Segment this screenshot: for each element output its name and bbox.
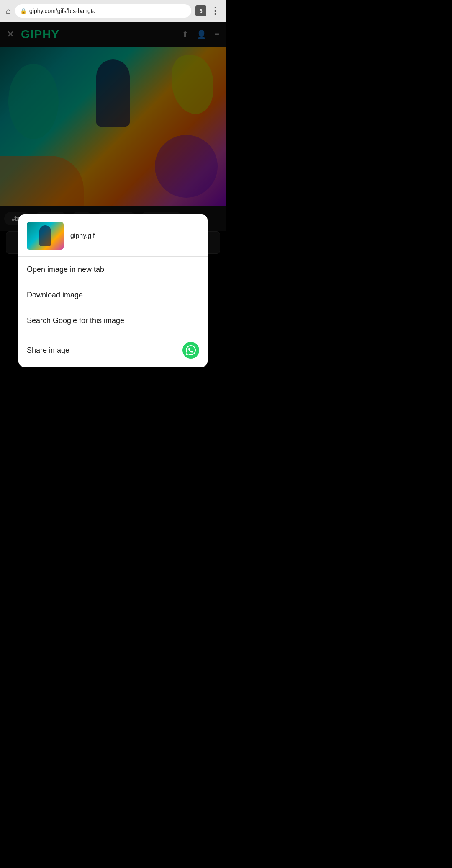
- lock-icon: 🔒: [20, 8, 27, 14]
- search-google-label: Search Google for this image: [27, 316, 124, 325]
- url-text: giphy.com/gifs/bts-bangta: [29, 8, 96, 14]
- home-icon[interactable]: ⌂: [6, 6, 11, 16]
- share-image-item[interactable]: Share image: [18, 333, 208, 367]
- modal-preview: giphy.gif: [18, 214, 208, 257]
- more-options-icon[interactable]: ⋮: [211, 5, 220, 16]
- gif-thumbnail: [27, 222, 64, 250]
- url-bar[interactable]: 🔒 giphy.com/gifs/bts-bangta: [15, 4, 191, 18]
- open-image-new-tab-item[interactable]: Open image in new tab: [18, 257, 208, 282]
- download-image-label: Download image: [27, 291, 83, 300]
- open-image-new-tab-label: Open image in new tab: [27, 265, 104, 274]
- gif-filename: giphy.gif: [70, 232, 95, 240]
- browser-bar: ⌂ 🔒 giphy.com/gifs/bts-bangta 6 ⋮: [0, 0, 226, 22]
- whatsapp-icon: [182, 342, 199, 359]
- tab-count[interactable]: 6: [195, 5, 206, 16]
- context-menu: giphy.gif Open image in new tab Download…: [18, 214, 208, 367]
- search-google-item[interactable]: Search Google for this image: [18, 308, 208, 333]
- share-image-label: Share image: [27, 346, 69, 355]
- download-image-item[interactable]: Download image: [18, 282, 208, 308]
- page-background: ✕ GIPHY ⬆ 👤 ≡ #bts #crazy #v #bangtan #t…: [0, 22, 226, 434]
